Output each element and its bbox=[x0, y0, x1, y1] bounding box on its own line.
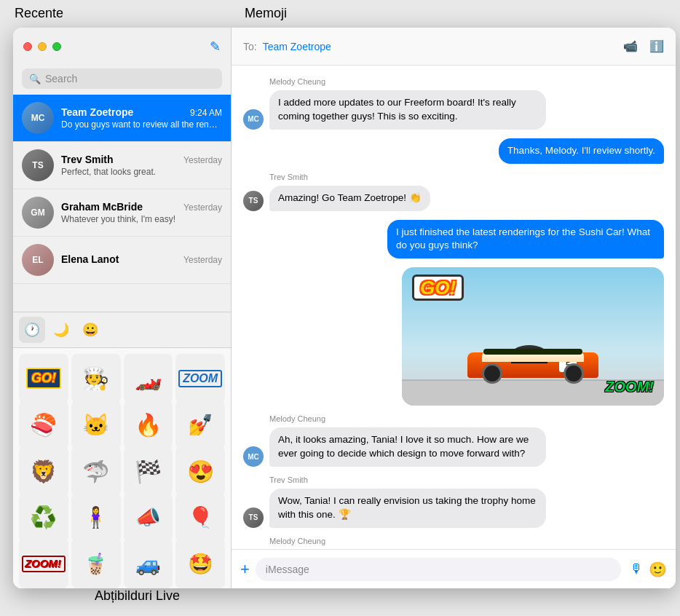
input-area: + iMessage 🎙 🙂 bbox=[232, 549, 676, 588]
bubble-m1: I added more updates to our Freeform boa… bbox=[269, 90, 546, 130]
sticker-car[interactable]: 🚙 bbox=[124, 539, 173, 588]
avatar-mc-m1: MC bbox=[243, 109, 264, 130]
search-bar[interactable]: 🔍 Search bbox=[22, 68, 222, 89]
video-call-icon[interactable]: 📹 bbox=[623, 39, 638, 53]
sticker-panel: 🕐 🌙 😀 GO! 🧑‍🍳 🏎️ ZOOM 🍣 🐱 🔥 💅 bbox=[13, 312, 231, 588]
conversation-item-team-zoetrope[interactable]: MC Team Zoetrope 9:24 AM Do you guys wan… bbox=[13, 95, 231, 142]
sticker-fire[interactable]: 🔥 bbox=[124, 400, 173, 450]
sticker-balloon[interactable]: 🎈 bbox=[175, 493, 225, 542]
conv-time-elena-lanot: Yesterday bbox=[183, 255, 222, 265]
message-row-m7: TS Wow, Tania! I can really envision us … bbox=[243, 489, 664, 528]
to-label: To: bbox=[243, 41, 257, 52]
avatar-mc-m6: MC bbox=[243, 446, 264, 467]
message-group-m4: I just finished the latest renderings fo… bbox=[243, 220, 664, 259]
search-input[interactable]: Search bbox=[45, 73, 77, 84]
avatar-team-zoetrope: MC bbox=[22, 102, 54, 134]
message-row-m1: MC I added more updates to our Freeform … bbox=[243, 90, 664, 130]
sticker-recycle[interactable]: ♻️ bbox=[19, 493, 68, 542]
sticker-tab-recent[interactable]: 🕐 bbox=[19, 317, 45, 343]
sticker-nails[interactable]: 💅 bbox=[175, 400, 225, 450]
bubble-m3: Amazing! Go Team Zoetrope! 👏 bbox=[269, 186, 430, 211]
abtibilduri-label: Abțibilduri Live bbox=[95, 588, 180, 604]
sticker-shark[interactable]: 🦈 bbox=[71, 446, 121, 496]
sticker-star-eyes[interactable]: 🤩 bbox=[175, 539, 225, 588]
conversation-item-trev-smith[interactable]: TS Trev Smith Yesterday Perfect, that lo… bbox=[13, 142, 231, 189]
sender-label-m1: Melody Cheung bbox=[269, 77, 664, 86]
sender-label-m8: Melody Cheung bbox=[269, 537, 664, 545]
conversation-item-graham-mcbride[interactable]: GM Graham McBride Yesterday Whatever you… bbox=[13, 189, 231, 237]
sticker-foam-finger[interactable]: 📣 bbox=[124, 493, 173, 542]
sticker-heart-eyes[interactable]: 😍 bbox=[175, 446, 225, 496]
audio-input-button[interactable]: 🎙 bbox=[630, 561, 643, 577]
sticker-sushi[interactable]: 🍣 bbox=[19, 400, 68, 450]
messages-window: ✎ 🔍 Search MC Team Zoetrope 9:24 AM Do y… bbox=[13, 28, 676, 588]
conversation-list: MC Team Zoetrope 9:24 AM Do you guys wan… bbox=[13, 95, 231, 312]
sticker-tab-memoji[interactable]: 😀 bbox=[77, 317, 103, 343]
message-row-m5: 5 GO! ZOOM! bbox=[243, 267, 664, 406]
sidebar: ✎ 🔍 Search MC Team Zoetrope 9:24 AM Do y… bbox=[13, 28, 232, 588]
avatar-elena-lanot: EL bbox=[22, 244, 54, 276]
search-icon: 🔍 bbox=[29, 74, 41, 84]
minimize-button[interactable] bbox=[38, 42, 47, 51]
add-attachment-button[interactable]: + bbox=[240, 560, 250, 579]
message-group-m6: Melody Cheung MC Ah, it looks amazing, T… bbox=[243, 414, 664, 467]
sticker-boba[interactable]: 🧋 bbox=[71, 539, 121, 588]
bubble-m6: Ah, it looks amazing, Tania! I love it s… bbox=[269, 427, 546, 467]
chat-area: To: Team Zoetrope 📹 ℹ️ Melody Cheung MC … bbox=[232, 28, 676, 588]
sticker-tab-moon[interactable]: 🌙 bbox=[48, 317, 74, 343]
sticker-cat[interactable]: 🐱 bbox=[71, 400, 121, 450]
sticker-racecar[interactable]: 🏎️ bbox=[124, 354, 173, 403]
message-row-m2: Thanks, Melody. I'll review shortly. bbox=[243, 138, 664, 164]
bubble-m4: I just finished the latest renderings fo… bbox=[387, 220, 664, 259]
message-group-m2: Thanks, Melody. I'll review shortly. bbox=[243, 138, 664, 164]
message-group-m7: Trev Smith TS Wow, Tania! I can really e… bbox=[243, 475, 664, 528]
message-group-m3: Trev Smith TS Amazing! Go Team Zoetrope!… bbox=[243, 173, 664, 211]
bubble-m7: Wow, Tania! I can really envision us tak… bbox=[269, 489, 546, 528]
chat-recipient-name[interactable]: Team Zoetrope bbox=[263, 41, 617, 52]
info-icon[interactable]: ℹ️ bbox=[649, 39, 664, 53]
sushi-car-image: 5 GO! ZOOM! bbox=[402, 267, 664, 406]
message-group-m8: Melody Cheung MC Do you guys want to rev… bbox=[243, 537, 664, 549]
conv-preview-trev-smith: Perfect, that looks great. bbox=[61, 167, 222, 177]
conv-info-team-zoetrope: Team Zoetrope 9:24 AM Do you guys want t… bbox=[61, 106, 222, 130]
sender-label-m7: Trev Smith bbox=[269, 475, 664, 484]
go-sticker-overlay: GO! bbox=[412, 275, 464, 301]
conv-info-elena-lanot: Elena Lanot Yesterday bbox=[61, 253, 222, 266]
sender-label-m3: Trev Smith bbox=[269, 173, 664, 181]
avatar-graham-mcbride: GM bbox=[22, 197, 54, 229]
message-row-m6: MC Ah, it looks amazing, Tania! I love i… bbox=[243, 427, 664, 467]
compose-button[interactable]: ✎ bbox=[210, 39, 221, 55]
sticker-lion[interactable]: 🦁 bbox=[19, 446, 68, 496]
memoji-label: Memoji bbox=[245, 6, 287, 21]
conv-name-elena-lanot: Elena Lanot bbox=[61, 253, 119, 265]
conv-info-trev-smith: Trev Smith Yesterday Perfect, that looks… bbox=[61, 154, 222, 177]
emoji-button[interactable]: 🙂 bbox=[649, 561, 667, 578]
conv-time-trev-smith: Yesterday bbox=[183, 155, 222, 165]
sticker-tabs: 🕐 🌙 😀 bbox=[13, 312, 231, 348]
message-input[interactable]: iMessage bbox=[256, 558, 621, 581]
sticker-go[interactable]: GO! bbox=[19, 354, 68, 403]
maximize-button[interactable] bbox=[52, 42, 61, 51]
message-row-m4: I just finished the latest renderings fo… bbox=[243, 220, 664, 259]
avatar-ts-m3: TS bbox=[243, 191, 264, 211]
sticker-chef[interactable]: 🧑‍🍳 bbox=[71, 354, 121, 403]
sticker-zoom-text[interactable]: ZOOM bbox=[175, 354, 225, 403]
chat-header: To: Team Zoetrope 📹 ℹ️ bbox=[232, 28, 676, 66]
conversation-item-elena-lanot[interactable]: EL Elena Lanot Yesterday bbox=[13, 237, 231, 284]
conv-time-graham-mcbride: Yesterday bbox=[183, 202, 222, 213]
recente-label: Recente bbox=[15, 6, 63, 21]
messages-scroll: Melody Cheung MC I added more updates to… bbox=[232, 66, 676, 549]
sticker-zoom2[interactable]: ZOOM! bbox=[19, 539, 68, 588]
sticker-grid: GO! 🧑‍🍳 🏎️ ZOOM 🍣 🐱 🔥 💅 🦁 🦈 🏁 😍 ♻️ bbox=[13, 348, 231, 588]
chat-header-icons: 📹 ℹ️ bbox=[623, 39, 664, 53]
conv-name-graham-mcbride: Graham McBride bbox=[61, 201, 143, 213]
message-group-m1: Melody Cheung MC I added more updates to… bbox=[243, 77, 664, 130]
conv-name-trev-smith: Trev Smith bbox=[61, 154, 114, 165]
avatar-trev-smith: TS bbox=[22, 149, 54, 181]
zoom-sticker-overlay: ZOOM! bbox=[605, 379, 654, 395]
sticker-flag[interactable]: 🏁 bbox=[124, 446, 173, 496]
close-button[interactable] bbox=[23, 42, 32, 51]
message-row-m3: TS Amazing! Go Team Zoetrope! 👏 bbox=[243, 186, 664, 211]
message-placeholder: iMessage bbox=[266, 564, 309, 575]
sticker-woman[interactable]: 🧍‍♀️ bbox=[71, 493, 121, 542]
